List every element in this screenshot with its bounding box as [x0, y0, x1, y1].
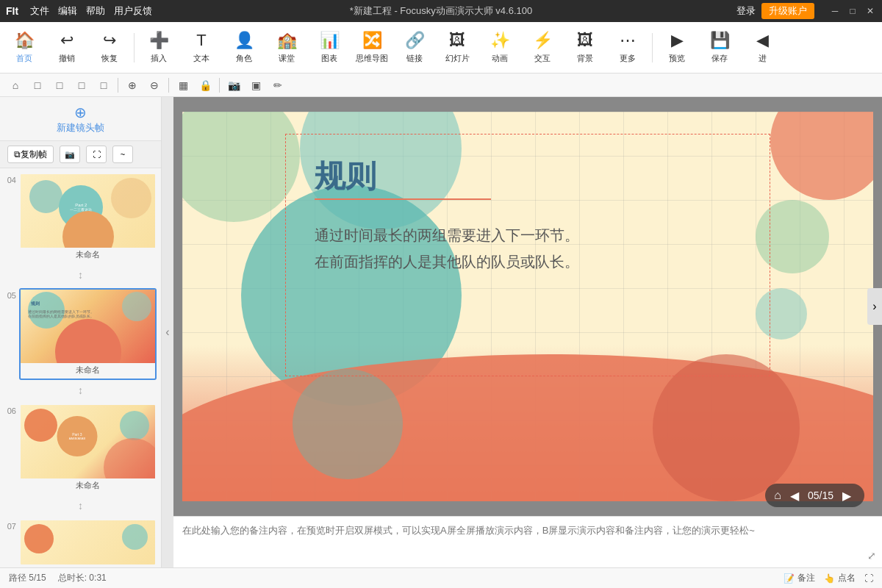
window-title: *新建工程 - Focusky动画演示大师 v4.6.100	[350, 4, 533, 18]
notes-icon: 📝	[784, 573, 795, 584]
mindmap-icon: 🔀	[362, 31, 382, 50]
toolbar-link-label: 链接	[406, 53, 423, 64]
toolbar-chart[interactable]: 📊 图表	[308, 24, 351, 71]
toolbar-undo-label: 撤销	[59, 53, 75, 64]
iconbar-zoomout[interactable]: ⊖	[145, 76, 164, 95]
slide-canvas[interactable]: 规则 通过时间最长的两组需要进入下一环节。 在前面指挥的人是其他队的队员或队长。	[182, 112, 873, 501]
maximize-button[interactable]: □	[847, 5, 858, 17]
expand-button[interactable]: ⛶	[86, 146, 107, 163]
toolbar-nav[interactable]: ◀ 进	[741, 24, 784, 71]
slide-thumb-05[interactable]: 规则 通过时间最长的两组需要进入下一环节。在前面指挥的人是其他队的队员或队长。 …	[19, 288, 157, 380]
slide-label-04: 未命名	[21, 248, 155, 263]
status-page-info: 路径 5/15	[9, 572, 46, 584]
toolbar-animation[interactable]: ✨ 动画	[478, 24, 521, 71]
toolbar-more-label: 更多	[620, 53, 636, 64]
slide-item-07[interactable]: 07	[0, 514, 161, 567]
divider-icon-06: ↕	[78, 500, 83, 512]
toolbar-more[interactable]: ⋯ 更多	[606, 24, 649, 71]
redo-icon: ↪	[103, 31, 116, 50]
iconbar-frame1[interactable]: □	[28, 76, 47, 95]
toolbar-redo[interactable]: ↪ 恢复	[88, 24, 131, 71]
slide-nav-home-button[interactable]: ⌂	[774, 489, 781, 502]
toolbar-bg-label: 背景	[577, 53, 593, 64]
toolbar-insert[interactable]: ➕ 插入	[137, 24, 180, 71]
slide-thumbnail-07	[21, 520, 155, 564]
login-button[interactable]: 登录	[736, 4, 756, 18]
slide-divider-04: ↕	[0, 266, 161, 284]
iconbar-frame2[interactable]: □	[50, 76, 69, 95]
iconbar-photo[interactable]: 📷	[224, 76, 243, 95]
toolbar-interact[interactable]: ⚡ 交互	[521, 24, 564, 71]
main-toolbar: 🏠 首页 ↩ 撤销 ↪ 恢复 ➕ 插入 T 文本 👤 角色 🏫 课堂 📊 图表 …	[0, 22, 882, 74]
slide-thumb-06[interactable]: Part 3 AABB/ABAB 未命名	[19, 404, 157, 495]
notes-expand-button[interactable]: ⤢	[867, 550, 876, 562]
home-icon: 🏠	[15, 31, 35, 50]
slide-item-05[interactable]: 05 规则 通过时间最长的两组需要进入下一环节。在前面指挥的人是其他队的队员或队…	[0, 284, 161, 381]
menu-feedback[interactable]: 用户反馈	[114, 4, 152, 18]
canvas-area: 规则 通过时间最长的两组需要进入下一环节。 在前面指挥的人是其他队的队员或队长。…	[173, 97, 882, 567]
toolbar-text[interactable]: T 文本	[180, 24, 223, 71]
slide-title[interactable]: 规则	[315, 156, 579, 197]
slide-thumb-07[interactable]	[19, 519, 157, 566]
slide-divider-06: ↕	[0, 497, 161, 514]
separator-2	[652, 33, 653, 62]
pointname-button[interactable]: 👆 点名	[824, 572, 856, 584]
iconbar-grid[interactable]: ▦	[173, 76, 193, 95]
minimize-button[interactable]: ─	[829, 5, 841, 17]
toolbar-home[interactable]: 🏠 首页	[3, 24, 46, 71]
toolbar-bg[interactable]: 🖼 背景	[564, 24, 606, 71]
toolbar-mindmap[interactable]: 🔀 思维导图	[351, 24, 393, 71]
slide-label-06: 未命名	[21, 478, 155, 494]
toolbar-slides[interactable]: 🖼 幻灯片	[436, 24, 478, 71]
toolbar-save[interactable]: 💾 保存	[698, 24, 741, 71]
iconbar-edit[interactable]: ✏	[268, 76, 287, 95]
toolbar-animation-label: 动画	[492, 53, 508, 64]
canvas-wrapper[interactable]: 规则 通过时间最长的两组需要进入下一环节。 在前面指挥的人是其他队的队员或队长。…	[173, 97, 882, 516]
fullscreen-icon: ⛶	[864, 573, 873, 584]
toolbar-link[interactable]: 🔗 链接	[393, 24, 436, 71]
new-frame-button[interactable]: ⊕ 新建镜头帧	[0, 97, 161, 141]
toolbar-preview[interactable]: ▶ 预览	[656, 24, 698, 71]
iconbar-lock[interactable]: 🔒	[196, 76, 215, 95]
collapse-panel-button[interactable]: ‹	[162, 97, 173, 567]
iconbar-frame4[interactable]: □	[94, 76, 113, 95]
right-panel-collapse[interactable]: ›	[867, 288, 882, 325]
class-icon: 🏫	[277, 31, 297, 50]
toolbar-role[interactable]: 👤 角色	[223, 24, 265, 71]
new-frame-label: 新建镜头帧	[57, 121, 104, 135]
toolbar-undo[interactable]: ↩ 撤销	[46, 24, 88, 71]
iconbar-frame3[interactable]: □	[72, 76, 91, 95]
slide-body[interactable]: 通过时间最长的两组需要进入下一环节。 在前面指挥的人是其他队的队员或队长。	[315, 222, 579, 275]
toolbar-class[interactable]: 🏫 课堂	[265, 24, 308, 71]
iconbar-select[interactable]: ▣	[246, 76, 265, 95]
notes-label: 备注	[797, 572, 815, 584]
toolbar-interact-label: 交互	[534, 53, 551, 64]
slides-icon: 🖼	[449, 31, 465, 50]
toolbar-role-label: 角色	[236, 53, 252, 64]
iconbar-home[interactable]: ⌂	[6, 76, 25, 95]
notes-button[interactable]: 📝 备注	[784, 572, 815, 584]
menu-edit[interactable]: 编辑	[58, 4, 77, 18]
status-right: 📝 备注 👆 点名 ⛶	[784, 572, 873, 584]
menu-help[interactable]: 帮助	[86, 4, 105, 18]
more-frame-button[interactable]: ~	[112, 146, 133, 163]
slide-divider-05: ↕	[0, 381, 161, 399]
iconbar-zoomin[interactable]: ⊕	[123, 76, 142, 95]
slide-item-06[interactable]: 06 Part 3 AABB/ABAB 未命名	[0, 399, 161, 497]
slide-nav-prev-button[interactable]: ◀	[786, 487, 803, 504]
upgrade-button[interactable]: 升级账户	[761, 3, 814, 19]
toolbar-chart-label: 图表	[321, 53, 337, 64]
slide-text-content: 规则 通过时间最长的两组需要进入下一环节。 在前面指挥的人是其他队的队员或队长。	[315, 156, 579, 275]
slide-thumb-04[interactable]: Part 2 一二三看这边 未命名	[19, 173, 157, 265]
copy-frame-button[interactable]: ⧉ 复制帧	[7, 146, 54, 163]
menu-file[interactable]: 文件	[30, 4, 49, 18]
close-button[interactable]: ✕	[864, 5, 876, 17]
fullscreen-button[interactable]: ⛶	[864, 573, 873, 584]
save-icon: 💾	[710, 31, 730, 50]
notes-input[interactable]	[182, 524, 873, 561]
toolbar-slides-label: 幻灯片	[445, 53, 470, 64]
slide-nav-next-button[interactable]: ▶	[838, 487, 856, 504]
camera-button[interactable]: 📷	[60, 146, 80, 163]
divider-icon-05: ↕	[78, 384, 83, 396]
slide-item-04[interactable]: 04 Part 2 一二三看这边 未命名	[0, 168, 161, 266]
